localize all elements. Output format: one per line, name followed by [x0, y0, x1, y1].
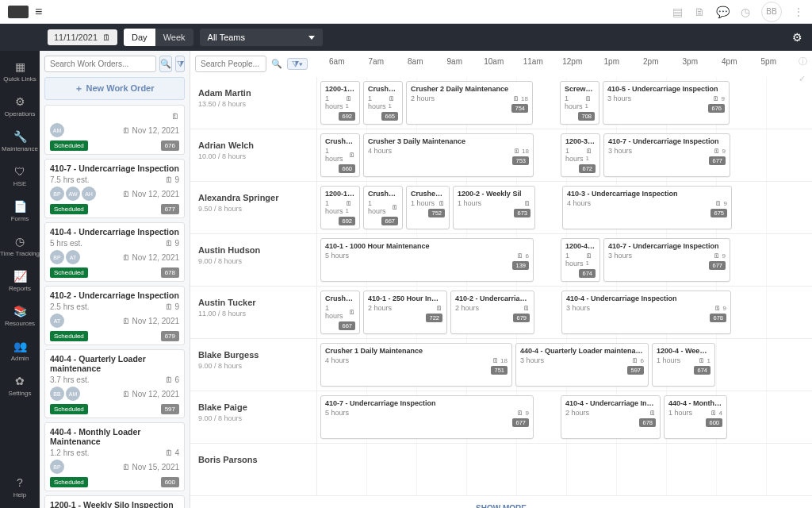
scheduled-task[interactable]: Crusher 4 W1 hours🗓 667 [363, 186, 403, 229]
nav-settings[interactable]: ✿Settings [0, 370, 40, 402]
task-cal: 🗓 9 [714, 252, 726, 260]
gear-icon[interactable]: ⚙ [792, 31, 802, 44]
scheduled-task[interactable]: 410-1 - 1000 Hour Maintenance5 hours🗓 61… [320, 238, 534, 282]
task-title: Crusher 4 W [368, 190, 398, 198]
task-cal: 🗓 1 [699, 357, 710, 364]
wo-card[interactable]: 🗓 AM🗓 Nov 12, 2021Scheduled676 [44, 105, 185, 155]
nav-time-tracking[interactable]: ◷Time Tracking [0, 230, 40, 262]
task-hours: 1 hours [458, 199, 481, 207]
document-icon[interactable]: 🗎 [694, 6, 705, 18]
user-avatar[interactable]: BB [761, 2, 782, 22]
wo-card[interactable]: 1200-1 - Weekly Silo Inspection2 hrs est… [44, 495, 185, 508]
task-number: 674 [694, 366, 710, 375]
scheduled-task[interactable]: 410-2 - Undercarriage Inspection2 hours🗓… [450, 291, 534, 334]
team-select[interactable]: All Teams [200, 29, 323, 46]
nav-admin[interactable]: 👥Admin [0, 335, 40, 367]
wo-date: 🗓 Nov 12, 2021 [122, 253, 179, 262]
row-person[interactable]: Blake Paige9.00 / 8 hours [190, 391, 317, 443]
spreadsheet-icon[interactable]: ▤ [672, 6, 683, 18]
nav-icon: ◷ [15, 235, 25, 248]
people-search-icon[interactable]: 🔍 [271, 59, 282, 69]
date-picker[interactable]: 11/11/2021 🗓 [48, 29, 117, 45]
person-hours: 9.00 / 8 hours [198, 414, 308, 422]
help-icon: ? [17, 476, 23, 489]
scheduled-task[interactable]: 410-7 - Undercarriage Inspection5 hours🗓… [320, 395, 534, 439]
wo-filter-icon[interactable]: ⧩ [175, 56, 185, 72]
task-title: 1200-4 - We [565, 242, 596, 250]
wo-search-icon[interactable]: 🔍 [159, 56, 172, 72]
show-more-button[interactable]: SHOW MORE [190, 496, 812, 508]
scheduled-task[interactable]: Crusher 3 W1 hours🗓 1665 [363, 81, 403, 125]
nav-reports[interactable]: 📈Reports [0, 265, 40, 297]
date-value: 11/11/2021 [54, 33, 98, 42]
row-person[interactable]: Boris Parsons [190, 444, 317, 495]
scheduled-task[interactable]: Crusher 3 Daily Maintenance4 hours🗓 1875… [363, 133, 534, 177]
nav-icon: 🛡 [14, 165, 25, 178]
scheduled-task[interactable]: Screw Press1 hours🗓 1708 [560, 81, 599, 125]
view-week[interactable]: Week [155, 29, 193, 46]
nav-help[interactable]: ?Help [0, 471, 40, 508]
task-cal: 🗓 18 [513, 95, 528, 102]
wo-number-badge: 677 [161, 204, 179, 214]
wo-card[interactable]: 440-4 - Quarterly Loader maintenance3.7 … [44, 349, 185, 418]
row-person[interactable]: Austin Hudson9.00 / 8 hours [190, 234, 317, 286]
scheduled-task[interactable]: 1200-2 - Weekly Sil1 hours🗓 673 [453, 186, 535, 229]
scheduled-task[interactable]: 1200-3 - We1 hours🗓 1672 [561, 133, 600, 177]
task-cal: 🗓 [349, 152, 355, 159]
row-person[interactable]: Adam Martin13.50 / 8 hours [190, 77, 317, 129]
scheduled-task[interactable]: 440-4 - Monthly Lo1 hours🗓 4600 [664, 395, 727, 439]
wo-date: 🗓 Nov 12, 2021 [122, 390, 179, 398]
menu-icon[interactable]: ≡ [35, 5, 42, 19]
scheduled-task[interactable]: 410-5 - Undercarriage Inspection3 hours🗓… [603, 81, 730, 125]
nav-hse[interactable]: 🛡HSE [0, 160, 40, 192]
row-person[interactable]: Austin Tucker11.00 / 8 hours [190, 287, 317, 338]
wo-card[interactable]: 410-2 - Undercarriage Inspection2.5 hrs … [44, 286, 185, 345]
scheduled-task[interactable]: 410-1 - 250 Hour Inspectio2 hours🗓 722 [363, 291, 447, 334]
task-hours: 3 hours [607, 94, 631, 102]
scheduled-task[interactable]: Crusher 4 W1 hours🗓 667 [320, 291, 360, 334]
scheduled-task[interactable]: 410-7 - Undercarriage Inspection3 hours🗓… [603, 133, 730, 177]
people-search-input[interactable] [195, 56, 266, 72]
scheduled-task[interactable]: 1200-4 - Weekly Sil1 hours🗓 1674 [652, 343, 715, 387]
wo-card[interactable]: 440-4 - Monthly Loader Maintenance1.2 hr… [44, 422, 185, 491]
scheduled-task[interactable]: 410-4 - Undercarriage Inspection2 hours🗓… [561, 395, 661, 439]
task-cal: 🗓 1 [346, 95, 355, 110]
scheduled-task[interactable]: 440-4 - Quarterly Loader maintenance3 ho… [515, 343, 649, 387]
new-work-order-button[interactable]: ＋ New Work Order [44, 77, 185, 100]
scheduled-task[interactable]: Crusher 4 Daily M1 hours🗓 752 [406, 186, 450, 229]
task-number: 692 [339, 112, 355, 121]
wo-search-input[interactable] [44, 56, 156, 72]
clock-icon[interactable]: ◷ [741, 6, 750, 18]
scheduled-task[interactable]: Crusher 2 W1 hours🗓 660 [320, 133, 360, 177]
scheduled-task[interactable]: 1200-1 - We1 hours🗓 1692 [320, 186, 360, 229]
task-hours: 2 hours [411, 94, 435, 102]
person-hours: 10.00 / 8 hours [198, 152, 308, 160]
scheduled-task[interactable]: 410-7 - Undercarriage Inspection3 hours🗓… [603, 238, 730, 282]
chat-icon[interactable]: 💬 [716, 6, 730, 18]
scheduled-task[interactable]: 1200-4 - We1 hours🗓 1674 [561, 238, 600, 282]
nav-quick-links[interactable]: ▦Quick Links [0, 56, 40, 87]
nav-forms[interactable]: 📄Forms [0, 195, 40, 227]
wo-card[interactable]: 410-4 - Undercarriage Inspection5 hrs es… [44, 222, 185, 282]
wo-card[interactable]: 410-7 - Undercarriage Inspection7.5 hrs … [44, 159, 185, 218]
scheduled-task[interactable]: Crusher 2 Daily Maintenance2 hours🗓 1875… [406, 81, 533, 125]
view-day[interactable]: Day [124, 29, 155, 46]
assignee-avatar: AM [66, 387, 80, 401]
scheduled-task[interactable]: 410-3 - Undercarriage Inspection4 hours🗓… [562, 186, 732, 229]
row-person[interactable]: Adrian Welch10.00 / 8 hours [190, 129, 317, 181]
wo-estimate: 5 hrs est. [50, 239, 82, 248]
scheduled-task[interactable]: Crusher 1 Daily Maintenance4 hours🗓 1875… [320, 343, 512, 387]
nav-maintenance[interactable]: 🔧Maintenance [0, 125, 40, 157]
scheduled-task[interactable]: 410-4 - Undercarriage Inspection3 hours🗓… [561, 291, 731, 334]
row-person[interactable]: Blake Burgess9.00 / 8 hours [190, 339, 317, 391]
person-name: Austin Tucker [198, 298, 308, 307]
row-person[interactable]: Alexandra Springer9.50 / 8 hours [190, 182, 317, 233]
task-number: 754 [511, 104, 528, 113]
wo-calendar: 🗓 9 [165, 302, 179, 311]
people-filter-icon[interactable]: ⧩▾ [287, 58, 308, 70]
nav-operations[interactable]: ⚙Operations [0, 90, 40, 122]
scheduled-task[interactable]: 1200-1 - We1 hours🗓 1692 [320, 81, 360, 125]
kebab-icon[interactable]: ⋮ [793, 6, 804, 18]
nav-resources[interactable]: 📚Resources [0, 300, 40, 332]
task-number: 677 [709, 156, 726, 165]
